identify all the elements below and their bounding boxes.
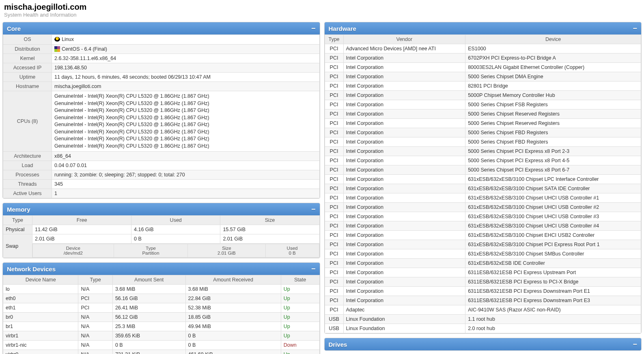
mem-swap-label: Swap	[3, 234, 32, 258]
net-recv: 52.38 MiB	[185, 303, 281, 313]
hw-device: 5000 Series Chipset DMA Engine	[465, 72, 641, 82]
mem-phys-free: 11.42 GiB	[32, 225, 131, 234]
hw-device: 1.1 root hub	[465, 315, 641, 324]
hw-vendor: Intel Corporation	[343, 240, 465, 249]
hw-type: PCI	[325, 147, 343, 156]
hw-type: PCI	[325, 44, 343, 54]
hw-device: 631xESB/632xESB/3100 Chipset LPC Interfa…	[465, 175, 641, 184]
linux-icon	[54, 37, 60, 43]
kernel-value: 2.6.32-358.11.1.el6.x86_64	[52, 54, 320, 63]
table-row: USBLinux Foundation1.1 root hub	[325, 315, 641, 324]
hw-type: PCI	[325, 203, 343, 212]
hw-device: 6311ESB/6321ESB PCI Express Upstream Por…	[465, 268, 641, 277]
net-h-sent: Amount Sent	[112, 275, 185, 285]
mem-phys-used: 4.16 GiB	[131, 225, 220, 234]
uptime-label: Uptime	[3, 73, 52, 82]
hw-device: 6311ESB/6321ESB PCI Express Downstream P…	[465, 296, 641, 305]
table-row: virbr1N/A359.65 KiB0 BUp	[3, 331, 320, 341]
hw-device: 631xESB/632xESB/3100 Chipset EHCI USB2 C…	[465, 231, 641, 240]
table-row: loN/A3.68 MiB3.68 MiBUp	[3, 285, 320, 294]
hw-vendor: Intel Corporation	[343, 91, 465, 100]
mem-phys-label: Physical	[3, 225, 32, 234]
hw-vendor: Intel Corporation	[343, 296, 465, 305]
hw-type: PCI	[325, 259, 343, 268]
memory-panel-header: Memory −	[3, 203, 320, 215]
hw-vendor: Intel Corporation	[343, 212, 465, 221]
mem-h-type: Type	[3, 216, 32, 225]
memory-title: Memory	[7, 206, 30, 213]
net-h-name: Device Name	[3, 275, 78, 285]
hw-vendor: Intel Corporation	[343, 156, 465, 165]
hostname-label: Hostname	[3, 82, 52, 91]
hw-vendor: Advanced Micro Devices [AMD] nee ATI	[343, 44, 465, 54]
net-sent: 56.16 GiB	[112, 294, 185, 303]
cpus-value: GenuineIntel - Intel(R) Xeon(R) CPU L532…	[52, 91, 320, 152]
os-label: OS	[3, 35, 52, 45]
hw-device: 6311ESB/6321ESB PCI Express to PCI-X Bri…	[465, 277, 641, 287]
net-sent: 0 B	[112, 341, 185, 350]
collapse-icon[interactable]: −	[633, 25, 637, 32]
collapse-icon[interactable]: −	[311, 265, 316, 272]
table-row: PCIAdvanced Micro Devices [AMD] nee ATIE…	[325, 44, 641, 54]
net-sent: 3.68 MiB	[112, 285, 185, 294]
table-row: PCIAdaptecAIC-9410W SAS (Razor ASIC non-…	[325, 305, 641, 315]
hw-type: PCI	[325, 305, 343, 315]
hw-vendor: Intel Corporation	[343, 100, 465, 109]
hardware-panel-header: Hardware −	[325, 22, 642, 34]
net-state: Up	[281, 350, 319, 354]
hw-type: PCI	[325, 91, 343, 100]
hardware-table: Type Vendor Device PCIAdvanced Micro Dev…	[325, 34, 642, 333]
hw-device: 5000 Series Chipset FBD Registers	[465, 128, 641, 137]
net-name: br1	[3, 322, 78, 331]
ip-value: 198.136.48.50	[52, 63, 320, 73]
hw-vendor: Intel Corporation	[343, 128, 465, 137]
collapse-icon[interactable]: −	[311, 25, 316, 32]
net-h-type: Type	[78, 275, 112, 285]
os-value: Linux	[52, 35, 320, 45]
drives-panel: Drives −	[324, 338, 642, 351]
network-panel: Network Devices − Device Name Type Amoun…	[2, 262, 320, 354]
collapse-icon[interactable]: −	[633, 341, 637, 348]
hw-vendor: Intel Corporation	[343, 249, 465, 259]
net-name: eth0	[3, 294, 78, 303]
hw-type: PCI	[325, 54, 343, 63]
table-row: PCIIntel Corporation631xESB/632xESB/3100…	[325, 193, 641, 203]
threads-label: Threads	[3, 180, 52, 189]
hw-device: 5000 Series Chipset PCI Express x8 Port …	[465, 147, 641, 156]
table-row: PCIIntel Corporation6311ESB/6321ESB PCI …	[325, 277, 641, 287]
table-row: PCIIntel Corporation631xESB/632xESB/3100…	[325, 240, 641, 249]
hw-device: 6311ESB/6321ESB PCI Express Downstream P…	[465, 287, 641, 296]
hw-device: 631xESB/632xESB/3100 Chipset PCI Express…	[465, 240, 641, 249]
table-row: PCIIntel Corporation5000 Series Chipset …	[325, 137, 641, 147]
ip-label: Accessed IP	[3, 63, 52, 73]
hw-type: PCI	[325, 137, 343, 147]
hw-type: PCI	[325, 72, 343, 82]
hw-vendor: Adaptec	[343, 305, 465, 315]
hw-type: PCI	[325, 63, 343, 72]
hw-vendor: Intel Corporation	[343, 193, 465, 203]
hw-vendor: Intel Corporation	[343, 221, 465, 231]
dist-value: CentOS - 6.4 (Final)	[52, 44, 320, 54]
table-row: PCIIntel Corporation6311ESB/6321ESB PCI …	[325, 287, 641, 296]
drives-panel-header: Drives −	[325, 338, 642, 350]
cpus-label: CPUs (8)	[3, 91, 52, 152]
net-recv: 0 B	[185, 341, 281, 350]
hw-type: PCI	[325, 175, 343, 184]
swap-sub-h-size: Size2.01 GiB	[188, 244, 265, 257]
hw-type: PCI	[325, 212, 343, 221]
net-name: br0	[3, 313, 78, 322]
hw-vendor: Intel Corporation	[343, 137, 465, 147]
net-name: virbr1	[3, 331, 78, 341]
hw-vendor: Linux Foundation	[343, 315, 465, 324]
table-row: PCIIntel Corporation5000 Series Chipset …	[325, 100, 641, 109]
hw-type: USB	[325, 324, 343, 333]
centos-icon	[54, 46, 60, 52]
hw-vendor: Intel Corporation	[343, 82, 465, 91]
uptime-value: 11 days, 12 hours, 6 minutes, 48 seconds…	[52, 73, 320, 82]
hw-vendor: Intel Corporation	[343, 147, 465, 156]
swap-sub-h-type: TypePartition	[114, 244, 188, 257]
table-row: PCIIntel Corporation631xESB/632xESB/3100…	[325, 249, 641, 259]
table-row: br1N/A25.3 MiB49.94 MiBUp	[3, 322, 320, 331]
users-label: Active Users	[3, 189, 52, 198]
collapse-icon[interactable]: −	[311, 206, 316, 213]
